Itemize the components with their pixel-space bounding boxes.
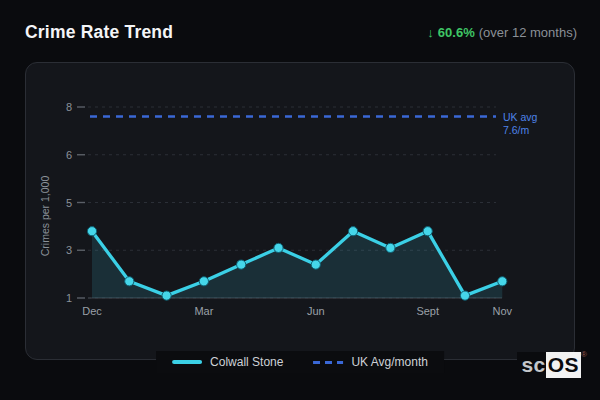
solid-line-swatch-icon <box>172 360 202 364</box>
legend-label: UK Avg/month <box>351 355 428 369</box>
trend-value: 60.6% <box>438 25 475 40</box>
svg-text:Jun: Jun <box>307 305 325 317</box>
svg-text:7.6/m: 7.6/m <box>503 124 530 136</box>
legend-item-uk-avg: UK Avg/month <box>313 355 428 369</box>
svg-text:UK avg: UK avg <box>503 111 538 123</box>
down-arrow-icon: ↓ <box>427 25 434 40</box>
trend-period: (over 12 months) <box>479 25 577 40</box>
svg-text:Mar: Mar <box>194 305 213 317</box>
trend-badge: ↓ 60.6% (over 12 months) <box>427 25 577 40</box>
logo-prefix: sc <box>521 352 545 378</box>
svg-text:3: 3 <box>66 244 72 256</box>
scos-logo: sc OS ® <box>517 352 587 378</box>
svg-text:8: 8 <box>66 101 72 113</box>
registered-trademark-icon: ® <box>581 351 587 359</box>
svg-text:Nov: Nov <box>493 305 513 317</box>
legend-item-colwall-stone: Colwall Stone <box>172 355 283 369</box>
svg-text:5: 5 <box>66 197 72 209</box>
svg-text:Sept: Sept <box>416 305 439 317</box>
svg-text:6: 6 <box>66 149 72 161</box>
header: Crime Rate Trend ↓ 60.6% (over 12 months… <box>25 22 577 43</box>
svg-text:Crimes per 1,000: Crimes per 1,000 <box>39 176 51 257</box>
logo-suffix: OS <box>546 352 581 378</box>
page-title: Crime Rate Trend <box>25 22 173 43</box>
legend-label: Colwall Stone <box>210 355 283 369</box>
svg-text:1: 1 <box>66 292 72 304</box>
dashed-line-swatch-icon <box>313 361 343 364</box>
chart-legend: Colwall Stone UK Avg/month <box>156 351 444 373</box>
chart-card: 86531UK avg7.6/mDecMarJunSeptNovCrimes p… <box>25 62 575 360</box>
crime-rate-line-chart: 86531UK avg7.6/mDecMarJunSeptNovCrimes p… <box>26 63 574 359</box>
svg-text:Dec: Dec <box>82 305 102 317</box>
